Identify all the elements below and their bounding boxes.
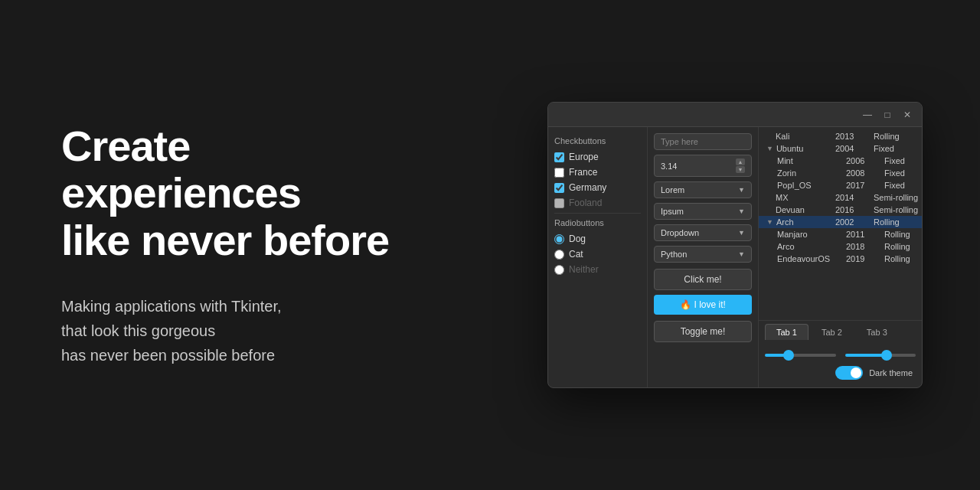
click-me-button[interactable]: Click me! [654,269,752,290]
tab-3[interactable]: Tab 3 [855,324,899,340]
select-ipsum[interactable]: Ipsum ▼ [654,203,752,220]
check-germany-label: Germany [569,182,606,193]
left-section: Create experienceslike never before Maki… [0,77,490,414]
tree-col-year: 2011 [844,230,883,239]
tree-col-year: 2004 [834,144,872,153]
tree-col-type: Rolling [883,230,922,239]
tree-row[interactable]: Devuan 2016 Semi-rolling [759,204,922,216]
tree-col-year: 2014 [834,193,872,202]
left-panel: Checkbuttons Europe France Germany Foola… [548,127,648,387]
tab-1[interactable]: Tab 1 [765,324,808,340]
select-python-value: Python [661,250,687,259]
app-window: — □ ✕ Checkbuttons Europe France Germany [547,102,923,388]
check-germany-input[interactable] [554,183,564,193]
maximize-button[interactable]: □ [879,106,896,123]
check-europe[interactable]: Europe [554,152,641,162]
tree-col-year: 2018 [844,242,883,251]
minimize-button[interactable]: — [859,106,876,123]
tree-row[interactable]: Manjaro 2011 Rolling [759,228,922,240]
titlebar: — □ ✕ [548,103,922,127]
select-ipsum-value: Ipsum [661,207,684,216]
radio-cat-input[interactable] [554,250,564,260]
spin-box[interactable]: 3.14 ▲ ▼ [654,155,752,177]
tree-col-name: PopI_OS [776,181,844,190]
select-lorem[interactable]: Lorem ▼ [654,181,752,198]
expand-icon: ▼ [766,145,773,152]
radio-dog[interactable]: Dog [554,234,641,244]
tree-row[interactable]: Arco 2018 Rolling [759,240,922,253]
headline: Create experienceslike never before [61,122,429,264]
check-france-input[interactable] [554,168,564,178]
slider-1-wrap [765,346,836,360]
tree-col-name: Mint [776,156,844,165]
select-dropdown-value: Dropdown [661,228,699,237]
tree-col-year: 2019 [844,254,883,263]
spin-up[interactable]: ▲ [736,158,745,165]
tree-col-name: MX [765,193,834,202]
check-fooland-input[interactable] [554,198,564,208]
subtext: Making applications with Tkinter, that l… [61,294,429,368]
tree-col-type: Fixed [883,181,922,190]
tree-col-year: 2017 [844,181,883,190]
slider-2-wrap [845,346,916,360]
tree-col-type: Fixed [883,168,922,178]
tree-row[interactable]: EndeavourOS 2019 Rolling [759,253,922,265]
radio-cat[interactable]: Cat [554,249,641,260]
slider-2[interactable] [845,354,916,357]
tabs-bar: Tab 1 Tab 2 Tab 3 [759,320,922,340]
check-europe-label: Europe [569,152,599,162]
tree-col-type: Rolling [872,217,922,227]
tree-row[interactable]: ▼ Ubuntu 2004 Fixed [759,142,922,155]
radio-dog-label: Dog [569,234,586,244]
tree-row-arch[interactable]: ▼ Arch 2002 Rolling [759,216,922,228]
tree-col-name: ▼ Arch [765,217,834,227]
select-ipsum-arrow: ▼ [738,207,745,215]
radio-neither-input[interactable] [554,265,564,275]
right-section: — □ ✕ Checkbuttons Europe France Germany [490,102,980,388]
dark-theme-toggle[interactable] [835,366,863,380]
tree-col-year: 2013 [834,132,872,141]
tree-row[interactable]: MX 2014 Semi-rolling [759,191,922,204]
slider-1[interactable] [765,354,836,357]
tab-2[interactable]: Tab 2 [810,324,854,340]
radio-neither[interactable]: Neither [554,264,641,275]
check-france[interactable]: France [554,167,641,178]
radio-dog-input[interactable] [554,234,564,244]
text-input[interactable] [654,133,752,150]
tree-view[interactable]: Kali 2013 Rolling ▼ Ubuntu 2004 Fixed Mi… [759,127,922,320]
tree-col-type: Semi-rolling [872,205,922,214]
radio-neither-label: Neither [569,264,599,275]
window-content: Checkbuttons Europe France Germany Foola… [548,127,922,387]
checkbuttons-label: Checkbuttons [554,136,641,145]
tree-col-type: Rolling [872,132,922,141]
spin-down[interactable]: ▼ [736,166,745,173]
select-lorem-arrow: ▼ [738,186,745,194]
tree-row[interactable]: Mint 2006 Fixed [759,155,922,167]
check-fooland[interactable]: Fooland [554,198,641,208]
toggle-button[interactable]: Toggle me! [654,321,752,342]
love-it-button[interactable]: 🔥 I love it! [654,295,752,315]
bottom-controls: Dark theme [759,340,922,387]
select-dropdown-arrow: ▼ [738,229,745,237]
dark-theme-label: Dark theme [869,368,913,377]
tree-col-year: 2016 [834,205,872,214]
spin-arrows: ▲ ▼ [736,158,745,173]
tree-row[interactable]: PopI_OS 2017 Fixed [759,179,922,191]
close-button[interactable]: ✕ [899,106,916,123]
right-panel: Kali 2013 Rolling ▼ Ubuntu 2004 Fixed Mi… [759,127,922,387]
tree-col-type: Fixed [872,144,922,153]
tree-col-name: ▼ Ubuntu [765,144,834,153]
tree-col-name: Zorin [776,168,844,178]
check-germany[interactable]: Germany [554,182,641,193]
check-europe-input[interactable] [554,152,564,162]
select-lorem-value: Lorem [661,185,684,194]
tree-col-name: Kali [765,132,834,141]
tree-row[interactable]: Zorin 2008 Fixed [759,167,922,179]
tree-col-year: 2006 [844,156,883,165]
radio-cat-label: Cat [569,249,583,260]
select-python[interactable]: Python ▼ [654,246,752,263]
select-dropdown[interactable]: Dropdown ▼ [654,224,752,241]
tree-row[interactable]: Kali 2013 Rolling [759,130,922,142]
tree-col-year: 2002 [834,217,872,227]
select-python-arrow: ▼ [738,250,745,258]
